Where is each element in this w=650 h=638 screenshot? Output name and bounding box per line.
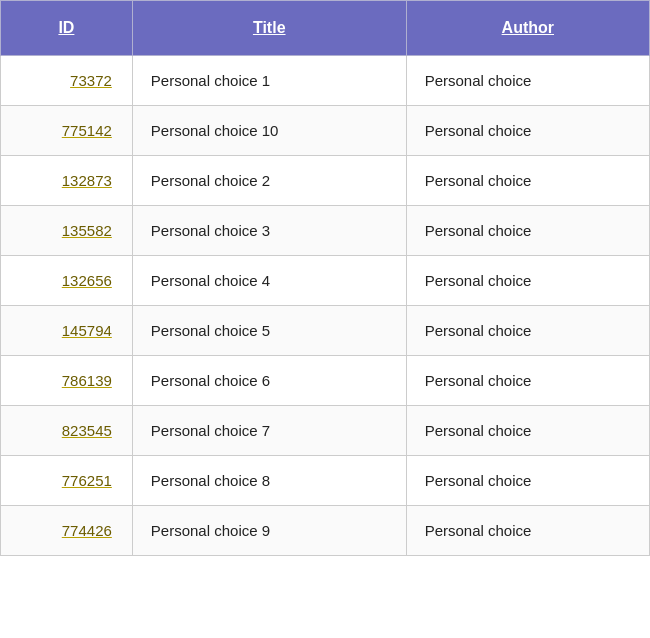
cell-id[interactable]: 73372: [1, 56, 133, 106]
cell-author: Personal choice: [406, 106, 649, 156]
cell-title: Personal choice 5: [132, 306, 406, 356]
table-row: 775142Personal choice 10Personal choice: [1, 106, 650, 156]
cell-title: Personal choice 9: [132, 506, 406, 556]
cell-id[interactable]: 786139: [1, 356, 133, 406]
cell-title: Personal choice 10: [132, 106, 406, 156]
cell-id[interactable]: 135582: [1, 206, 133, 256]
cell-id[interactable]: 823545: [1, 406, 133, 456]
cell-title: Personal choice 6: [132, 356, 406, 406]
table-row: 774426Personal choice 9Personal choice: [1, 506, 650, 556]
table-row: 135582Personal choice 3Personal choice: [1, 206, 650, 256]
cell-id[interactable]: 132656: [1, 256, 133, 306]
table-row: 786139Personal choice 6Personal choice: [1, 356, 650, 406]
cell-author: Personal choice: [406, 256, 649, 306]
table-row: 776251Personal choice 8Personal choice: [1, 456, 650, 506]
table-row: 145794Personal choice 5Personal choice: [1, 306, 650, 356]
table-row: 132656Personal choice 4Personal choice: [1, 256, 650, 306]
column-header-id[interactable]: ID: [1, 1, 133, 56]
table-row: 73372Personal choice 1Personal choice: [1, 56, 650, 106]
cell-title: Personal choice 7: [132, 406, 406, 456]
table-row: 823545Personal choice 7Personal choice: [1, 406, 650, 456]
cell-id[interactable]: 775142: [1, 106, 133, 156]
cell-author: Personal choice: [406, 206, 649, 256]
cell-title: Personal choice 2: [132, 156, 406, 206]
cell-id[interactable]: 776251: [1, 456, 133, 506]
cell-id[interactable]: 774426: [1, 506, 133, 556]
cell-author: Personal choice: [406, 356, 649, 406]
cell-author: Personal choice: [406, 406, 649, 456]
cell-id[interactable]: 132873: [1, 156, 133, 206]
cell-title: Personal choice 8: [132, 456, 406, 506]
cell-id[interactable]: 145794: [1, 306, 133, 356]
cell-title: Personal choice 3: [132, 206, 406, 256]
cell-author: Personal choice: [406, 156, 649, 206]
cell-author: Personal choice: [406, 506, 649, 556]
cell-author: Personal choice: [406, 56, 649, 106]
data-table: ID Title Author 73372Personal choice 1Pe…: [0, 0, 650, 556]
table-row: 132873Personal choice 2Personal choice: [1, 156, 650, 206]
cell-author: Personal choice: [406, 456, 649, 506]
cell-author: Personal choice: [406, 306, 649, 356]
column-header-title[interactable]: Title: [132, 1, 406, 56]
cell-title: Personal choice 4: [132, 256, 406, 306]
cell-title: Personal choice 1: [132, 56, 406, 106]
column-header-author[interactable]: Author: [406, 1, 649, 56]
